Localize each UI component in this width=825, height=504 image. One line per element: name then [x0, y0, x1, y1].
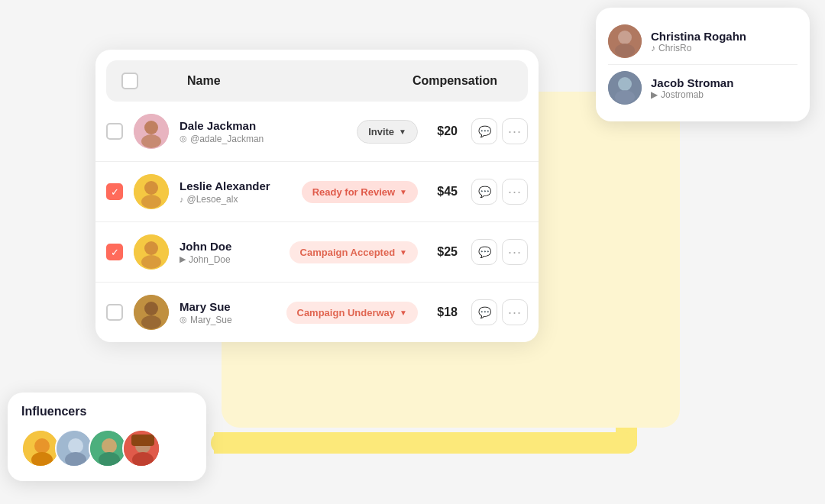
row-checkbox-leslie[interactable]: ✓ — [106, 183, 123, 200]
compensation-mary: $18 — [427, 305, 458, 319]
influencers-title: Influencers — [21, 405, 192, 418]
svg-point-6 — [141, 134, 161, 148]
user-rows: Christina Rogahn ♪ ChrisRo Jacob Stroman… — [608, 18, 798, 111]
row-checkbox-mary[interactable] — [106, 304, 123, 321]
message-icon-dale: 💬 — [478, 125, 491, 137]
message-button-mary[interactable]: 💬 — [471, 299, 497, 325]
svg-point-21 — [65, 452, 86, 467]
handle-icon-john: ▶ — [180, 254, 186, 264]
scene: Name Compensation Dale Jackman ◎ @adale_… — [0, 0, 825, 504]
svg-point-8 — [144, 181, 158, 195]
svg-rect-28 — [131, 435, 154, 446]
user-handle-icon-christina: ♪ — [651, 43, 655, 53]
handle-text-mary: Mary_Sue — [190, 315, 232, 325]
influencer-info-dale: Dale Jackman ◎ @adale_Jackman — [180, 119, 357, 144]
table-row-dale: Dale Jackman ◎ @adale_Jackman Invite ▼ $… — [95, 102, 539, 162]
more-icon-mary: ··· — [508, 305, 522, 321]
status-badge-john[interactable]: Campaign Accepted ▼ — [290, 241, 418, 263]
more-button-dale[interactable]: ··· — [502, 118, 528, 144]
svg-point-5 — [144, 121, 158, 134]
status-text-leslie: Ready for Review — [312, 186, 395, 198]
svg-point-18 — [31, 452, 53, 467]
table-row-john: ✓ John Doe ▶ John_Doe Campaign Accepted … — [95, 222, 539, 283]
influencer-name-mary: Mary Sue — [180, 300, 286, 313]
handle-text-john: John_Doe — [189, 254, 231, 265]
handle-icon-leslie: ♪ — [180, 195, 184, 204]
status-badge-leslie[interactable]: Ready for Review ▼ — [302, 181, 418, 203]
chevron-down-icon: ▼ — [400, 309, 407, 317]
message-button-john[interactable]: 💬 — [471, 239, 497, 265]
svg-point-14 — [144, 302, 158, 315]
compensation-leslie: $45 — [427, 185, 458, 199]
message-button-leslie[interactable]: 💬 — [471, 179, 497, 205]
svg-point-24 — [99, 452, 120, 467]
user-card: Christina Rogahn ♪ ChrisRo Jacob Stroman… — [596, 8, 810, 121]
status-badge-dale[interactable]: Invite ▼ — [357, 120, 418, 144]
header-name-label: Name — [157, 74, 412, 88]
influencer-handle-leslie: ♪ @Lesoe_alx — [180, 194, 302, 205]
message-icon-john: 💬 — [478, 246, 491, 258]
row-checkbox-john[interactable]: ✓ — [106, 244, 123, 260]
svg-point-12 — [141, 255, 161, 269]
compensation-dale: $20 — [427, 124, 458, 138]
influencer-avatar-3 — [89, 429, 127, 467]
influencer-name-leslie: Leslie Alexander — [180, 179, 302, 192]
chevron-down-icon: ▼ — [400, 188, 407, 196]
user-handle-jacob: ▶ Jostromab — [651, 89, 733, 100]
svg-point-30 — [618, 31, 632, 44]
svg-point-33 — [618, 77, 632, 91]
handle-text-dale: @adale_Jackman — [190, 134, 264, 144]
table-header: Name Compensation — [106, 60, 528, 102]
message-icon-leslie: 💬 — [478, 186, 491, 198]
svg-point-23 — [102, 438, 117, 454]
more-button-leslie[interactable]: ··· — [502, 179, 528, 205]
svg-point-11 — [144, 241, 158, 255]
table-row-leslie: ✓ Leslie Alexander ♪ @Lesoe_alx Ready fo… — [95, 162, 539, 222]
influencer-name-john: John Doe — [180, 240, 290, 253]
user-row-jacob: Jacob Stroman ▶ Jostromab — [608, 64, 798, 111]
svg-point-31 — [615, 44, 635, 57]
user-avatar-christina — [608, 24, 642, 58]
user-handle-text-jacob: Jostromab — [661, 89, 704, 100]
more-icon-john: ··· — [508, 244, 522, 260]
influencer-info-leslie: Leslie Alexander ♪ @Lesoe_alx — [180, 179, 302, 205]
chevron-down-icon: ▼ — [399, 128, 406, 136]
influencers-card: Influencers — [8, 393, 206, 481]
influencer-info-mary: Mary Sue ◎ Mary_Sue — [180, 300, 286, 325]
user-name-jacob: Jacob Stroman — [651, 76, 733, 89]
user-handle-icon-jacob: ▶ — [651, 89, 658, 100]
header-checkbox[interactable] — [121, 73, 138, 89]
user-info-jacob: Jacob Stroman ▶ Jostromab — [651, 76, 733, 100]
svg-rect-3 — [214, 432, 235, 454]
avatar-mary — [134, 295, 169, 330]
more-icon-leslie: ··· — [508, 184, 522, 200]
chevron-down-icon: ▼ — [400, 248, 407, 257]
table-body: Dale Jackman ◎ @adale_Jackman Invite ▼ $… — [95, 102, 539, 342]
avatar-john — [134, 234, 169, 270]
status-text-dale: Invite — [368, 126, 394, 137]
influencer-handle-mary: ◎ Mary_Sue — [180, 315, 286, 325]
more-button-john[interactable]: ··· — [502, 239, 528, 265]
influencer-handle-john: ▶ John_Doe — [180, 254, 290, 265]
message-icon-mary: 💬 — [478, 306, 491, 318]
status-text-john: Campaign Accepted — [300, 247, 396, 258]
header-compensation-label: Compensation — [412, 74, 497, 88]
influencer-name-dale: Dale Jackman — [180, 119, 357, 132]
user-avatar-jacob — [608, 71, 642, 105]
avatar-dale — [134, 114, 169, 149]
influencer-handle-dale: ◎ @adale_Jackman — [180, 134, 357, 144]
svg-point-9 — [141, 195, 161, 208]
table-row-mary: Mary Sue ◎ Mary_Sue Campaign Underway ▼ … — [95, 283, 539, 342]
influencer-avatars-group — [21, 429, 192, 467]
message-button-dale[interactable]: 💬 — [471, 118, 497, 144]
svg-point-17 — [34, 438, 50, 454]
handle-icon-dale: ◎ — [180, 134, 187, 144]
user-handle-text-christina: ChrisRo — [658, 43, 691, 53]
row-checkbox-dale[interactable] — [106, 123, 123, 140]
more-button-mary[interactable]: ··· — [502, 299, 528, 325]
compensation-john: $25 — [427, 245, 458, 259]
influencer-avatar-4 — [122, 429, 160, 467]
more-icon-dale: ··· — [508, 124, 522, 140]
user-name-christina: Christina Rogahn — [651, 30, 746, 43]
status-badge-mary[interactable]: Campaign Underway ▼ — [286, 302, 419, 324]
